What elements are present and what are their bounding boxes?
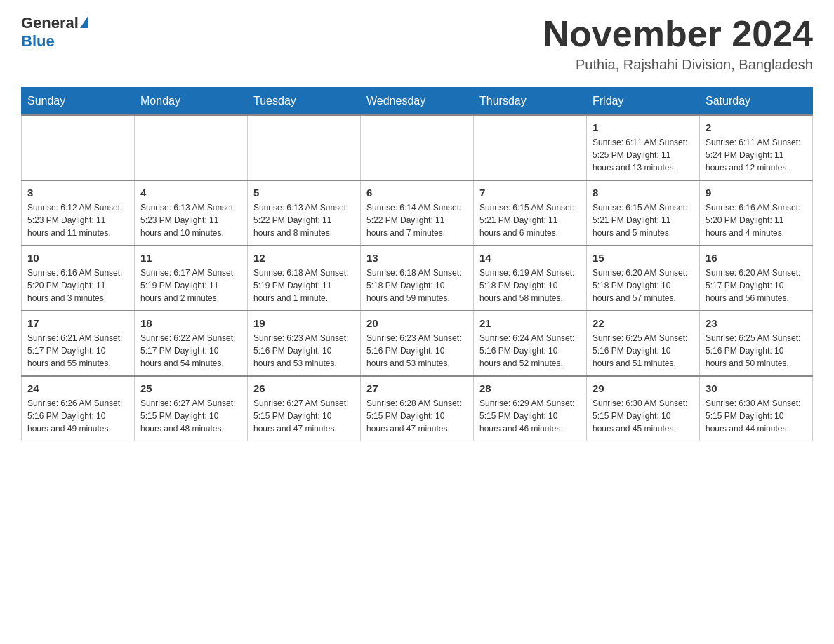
calendar-cell: 29Sunrise: 6:30 AM Sunset: 5:15 PM Dayli…: [587, 376, 700, 441]
calendar-cell: 24Sunrise: 6:26 AM Sunset: 5:16 PM Dayli…: [22, 376, 135, 441]
day-of-week-header: Monday: [135, 88, 248, 116]
logo-triangle-icon: [80, 15, 88, 28]
day-info: Sunrise: 6:29 AM Sunset: 5:15 PM Dayligh…: [479, 397, 581, 435]
page-header: General Blue November 2024 Puthia, Rajsh…: [21, 14, 813, 73]
logo: General Blue: [21, 14, 88, 51]
day-number: 26: [253, 382, 355, 394]
calendar-cell: 25Sunrise: 6:27 AM Sunset: 5:15 PM Dayli…: [135, 376, 248, 441]
day-of-week-header: Saturday: [700, 88, 813, 116]
day-info: Sunrise: 6:27 AM Sunset: 5:15 PM Dayligh…: [253, 397, 355, 435]
day-info: Sunrise: 6:16 AM Sunset: 5:20 PM Dayligh…: [27, 267, 128, 304]
day-info: Sunrise: 6:22 AM Sunset: 5:17 PM Dayligh…: [140, 332, 241, 370]
calendar-cell: [22, 115, 135, 180]
day-number: 23: [706, 317, 807, 329]
day-info: Sunrise: 6:14 AM Sunset: 5:22 PM Dayligh…: [366, 201, 468, 239]
calendar-cell: 28Sunrise: 6:29 AM Sunset: 5:15 PM Dayli…: [474, 376, 587, 441]
calendar-week-row: 10Sunrise: 6:16 AM Sunset: 5:20 PM Dayli…: [22, 246, 813, 311]
day-info: Sunrise: 6:15 AM Sunset: 5:21 PM Dayligh…: [479, 201, 581, 239]
calendar-cell: 14Sunrise: 6:19 AM Sunset: 5:18 PM Dayli…: [474, 246, 587, 311]
day-info: Sunrise: 6:30 AM Sunset: 5:15 PM Dayligh…: [593, 397, 694, 435]
calendar-cell: 22Sunrise: 6:25 AM Sunset: 5:16 PM Dayli…: [587, 311, 700, 376]
calendar-cell: [474, 115, 587, 180]
calendar-cell: [361, 115, 474, 180]
calendar-table: SundayMondayTuesdayWednesdayThursdayFrid…: [21, 87, 813, 441]
logo-general-text: General: [21, 14, 79, 32]
calendar-cell: 3Sunrise: 6:12 AM Sunset: 5:23 PM Daylig…: [22, 180, 135, 246]
calendar-cell: 19Sunrise: 6:23 AM Sunset: 5:16 PM Dayli…: [248, 311, 361, 376]
location-title: Puthia, Rajshahi Division, Bangladesh: [543, 57, 813, 73]
logo-blue-text: Blue: [21, 32, 55, 51]
calendar-cell: 10Sunrise: 6:16 AM Sunset: 5:20 PM Dayli…: [22, 246, 135, 311]
calendar-week-row: 3Sunrise: 6:12 AM Sunset: 5:23 PM Daylig…: [22, 180, 813, 246]
days-of-week-row: SundayMondayTuesdayWednesdayThursdayFrid…: [22, 88, 813, 116]
day-number: 16: [706, 252, 807, 264]
calendar-cell: 5Sunrise: 6:13 AM Sunset: 5:22 PM Daylig…: [248, 180, 361, 246]
day-info: Sunrise: 6:19 AM Sunset: 5:18 PM Dayligh…: [479, 267, 581, 304]
day-number: 9: [706, 187, 807, 199]
day-number: 10: [27, 252, 128, 264]
day-info: Sunrise: 6:11 AM Sunset: 5:24 PM Dayligh…: [706, 136, 807, 174]
calendar-week-row: 17Sunrise: 6:21 AM Sunset: 5:17 PM Dayli…: [22, 311, 813, 376]
day-number: 8: [593, 187, 694, 199]
day-of-week-header: Friday: [587, 88, 700, 116]
day-number: 20: [366, 317, 468, 329]
day-info: Sunrise: 6:30 AM Sunset: 5:15 PM Dayligh…: [706, 397, 807, 435]
day-number: 24: [27, 382, 128, 394]
day-number: 2: [706, 121, 807, 133]
day-info: Sunrise: 6:25 AM Sunset: 5:16 PM Dayligh…: [706, 332, 807, 370]
calendar-cell: [248, 115, 361, 180]
day-number: 25: [140, 382, 241, 394]
day-number: 19: [253, 317, 355, 329]
calendar-cell: 23Sunrise: 6:25 AM Sunset: 5:16 PM Dayli…: [700, 311, 813, 376]
day-info: Sunrise: 6:18 AM Sunset: 5:18 PM Dayligh…: [366, 267, 468, 304]
day-info: Sunrise: 6:23 AM Sunset: 5:16 PM Dayligh…: [366, 332, 468, 370]
day-number: 18: [140, 317, 241, 329]
day-number: 29: [593, 382, 694, 394]
day-info: Sunrise: 6:21 AM Sunset: 5:17 PM Dayligh…: [27, 332, 128, 370]
day-of-week-header: Tuesday: [248, 88, 361, 116]
calendar-cell: 1Sunrise: 6:11 AM Sunset: 5:25 PM Daylig…: [587, 115, 700, 180]
calendar-cell: 9Sunrise: 6:16 AM Sunset: 5:20 PM Daylig…: [700, 180, 813, 246]
day-info: Sunrise: 6:11 AM Sunset: 5:25 PM Dayligh…: [593, 136, 694, 174]
day-number: 7: [479, 187, 581, 199]
day-of-week-header: Sunday: [22, 88, 135, 116]
day-info: Sunrise: 6:16 AM Sunset: 5:20 PM Dayligh…: [706, 201, 807, 239]
day-number: 14: [479, 252, 581, 264]
calendar-cell: 15Sunrise: 6:20 AM Sunset: 5:18 PM Dayli…: [587, 246, 700, 311]
calendar-cell: 26Sunrise: 6:27 AM Sunset: 5:15 PM Dayli…: [248, 376, 361, 441]
calendar-cell: 21Sunrise: 6:24 AM Sunset: 5:16 PM Dayli…: [474, 311, 587, 376]
calendar-cell: 11Sunrise: 6:17 AM Sunset: 5:19 PM Dayli…: [135, 246, 248, 311]
day-info: Sunrise: 6:18 AM Sunset: 5:19 PM Dayligh…: [253, 267, 355, 304]
day-number: 27: [366, 382, 468, 394]
day-number: 1: [593, 121, 694, 133]
day-info: Sunrise: 6:13 AM Sunset: 5:22 PM Dayligh…: [253, 201, 355, 239]
calendar-week-row: 24Sunrise: 6:26 AM Sunset: 5:16 PM Dayli…: [22, 376, 813, 441]
day-info: Sunrise: 6:20 AM Sunset: 5:17 PM Dayligh…: [706, 267, 807, 304]
calendar-cell: 13Sunrise: 6:18 AM Sunset: 5:18 PM Dayli…: [361, 246, 474, 311]
calendar-cell: 16Sunrise: 6:20 AM Sunset: 5:17 PM Dayli…: [700, 246, 813, 311]
day-info: Sunrise: 6:27 AM Sunset: 5:15 PM Dayligh…: [140, 397, 241, 435]
calendar-cell: 6Sunrise: 6:14 AM Sunset: 5:22 PM Daylig…: [361, 180, 474, 246]
calendar-cell: 27Sunrise: 6:28 AM Sunset: 5:15 PM Dayli…: [361, 376, 474, 441]
day-number: 13: [366, 252, 468, 264]
day-number: 21: [479, 317, 581, 329]
calendar-cell: 30Sunrise: 6:30 AM Sunset: 5:15 PM Dayli…: [700, 376, 813, 441]
day-info: Sunrise: 6:28 AM Sunset: 5:15 PM Dayligh…: [366, 397, 468, 435]
day-info: Sunrise: 6:13 AM Sunset: 5:23 PM Dayligh…: [140, 201, 241, 239]
calendar-cell: 20Sunrise: 6:23 AM Sunset: 5:16 PM Dayli…: [361, 311, 474, 376]
day-number: 6: [366, 187, 468, 199]
calendar-cell: 17Sunrise: 6:21 AM Sunset: 5:17 PM Dayli…: [22, 311, 135, 376]
day-info: Sunrise: 6:24 AM Sunset: 5:16 PM Dayligh…: [479, 332, 581, 370]
calendar-cell: [135, 115, 248, 180]
day-number: 12: [253, 252, 355, 264]
month-title: November 2024: [543, 14, 813, 54]
day-number: 22: [593, 317, 694, 329]
calendar-cell: 12Sunrise: 6:18 AM Sunset: 5:19 PM Dayli…: [248, 246, 361, 311]
day-number: 5: [253, 187, 355, 199]
day-info: Sunrise: 6:17 AM Sunset: 5:19 PM Dayligh…: [140, 267, 241, 304]
day-info: Sunrise: 6:26 AM Sunset: 5:16 PM Dayligh…: [27, 397, 128, 435]
day-of-week-header: Thursday: [474, 88, 587, 116]
day-number: 28: [479, 382, 581, 394]
day-info: Sunrise: 6:20 AM Sunset: 5:18 PM Dayligh…: [593, 267, 694, 304]
day-info: Sunrise: 6:12 AM Sunset: 5:23 PM Dayligh…: [27, 201, 128, 239]
